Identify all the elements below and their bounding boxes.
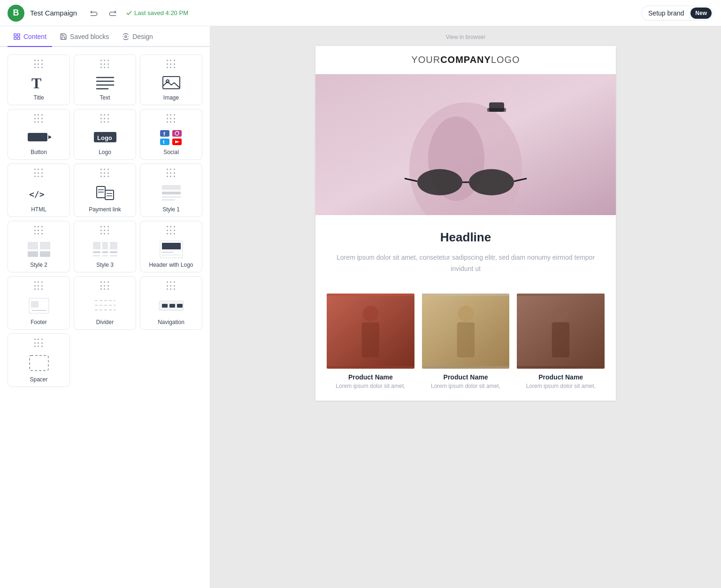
block-style1[interactable]: Style 1: [140, 163, 202, 217]
redo-button[interactable]: [105, 6, 120, 21]
block-html[interactable]: </> HTML: [8, 163, 70, 217]
svg-rect-47: [102, 255, 108, 256]
svg-point-75: [363, 305, 379, 321]
view-in-browser-link[interactable]: View in browser: [446, 34, 485, 40]
product-desc-1: Lorem ipsum dolor sit amet,: [327, 383, 414, 389]
email-logo-header: YOURCOMPANYLOGO: [315, 46, 616, 74]
brand-logo-icon: B: [8, 5, 24, 22]
svg-text:t: t: [163, 139, 165, 145]
setup-brand-button[interactable]: Setup brand New: [641, 6, 713, 21]
svg-text:Logo: Logo: [97, 134, 112, 141]
email-hero-image: [315, 74, 616, 215]
main-layout: Content Saved blocks Design T Title: [0, 26, 721, 588]
campaign-title: Test Campaign: [30, 9, 77, 17]
email-headline-section: Headline Lorem ipsum dolor sit amet, con…: [315, 215, 616, 282]
blocks-grid: T Title Text: [0, 47, 210, 395]
svg-rect-35: [162, 199, 175, 201]
svg-rect-0: [14, 34, 16, 36]
svg-point-4: [125, 36, 127, 38]
svg-point-20: [178, 132, 179, 132]
block-style2[interactable]: Style 2: [8, 221, 70, 272]
svg-rect-48: [110, 255, 117, 256]
block-payment-link[interactable]: Payment link: [74, 163, 136, 217]
svg-rect-29: [105, 190, 114, 200]
svg-marker-13: [48, 135, 51, 139]
svg-rect-79: [457, 322, 474, 357]
sidebar: Content Saved blocks Design T Title: [0, 26, 210, 588]
svg-text:f: f: [163, 131, 165, 137]
product-image-2: [422, 294, 510, 369]
svg-rect-44: [102, 251, 108, 253]
svg-rect-54: [31, 301, 38, 308]
products-row: Product Name Lorem ipsum dolor sit amet,: [315, 282, 616, 401]
svg-rect-39: [40, 251, 50, 257]
product-image-1: [327, 294, 414, 369]
svg-rect-34: [162, 196, 181, 198]
svg-rect-37: [40, 242, 50, 249]
topbar-actions: [86, 6, 120, 21]
svg-point-67: [417, 169, 462, 195]
email-logo-text: YOURCOMPANYLOGO: [324, 54, 607, 65]
block-spacer[interactable]: Spacer: [8, 333, 70, 387]
product-image-3: [517, 294, 605, 369]
product-desc-3: Lorem ipsum dolor sit amet,: [517, 383, 605, 389]
topbar: B Test Campaign Last saved 4:20 PM Setup…: [0, 0, 721, 26]
svg-rect-2: [14, 37, 16, 39]
svg-rect-32: [162, 185, 181, 190]
product-col-3: Product Name Lorem ipsum dolor sit amet,: [513, 294, 608, 389]
block-social[interactable]: f t Social: [140, 109, 202, 160]
canvas-area: View in browser YOURCOMPANYLOGO: [210, 26, 721, 588]
svg-rect-33: [162, 192, 181, 194]
svg-rect-45: [110, 251, 117, 253]
svg-rect-46: [93, 255, 100, 256]
product-name-3: Product Name: [517, 373, 605, 381]
product-name-1: Product Name: [327, 373, 414, 381]
svg-rect-41: [102, 242, 108, 249]
svg-rect-3: [17, 37, 20, 39]
svg-rect-36: [28, 242, 38, 249]
undo-button[interactable]: [86, 6, 101, 21]
svg-rect-1: [17, 34, 20, 36]
svg-point-81: [553, 305, 569, 321]
block-text[interactable]: Text: [74, 54, 136, 105]
svg-rect-38: [28, 251, 38, 257]
block-image[interactable]: Image: [140, 54, 202, 105]
email-headline: Headline: [334, 230, 597, 245]
product-name-2: Product Name: [422, 373, 510, 381]
block-header-with-logo[interactable]: Header with Logo: [140, 221, 202, 272]
svg-rect-40: [93, 242, 100, 249]
tab-content[interactable]: Content: [8, 26, 52, 47]
svg-rect-18: [172, 130, 182, 137]
block-divider[interactable]: Divider: [74, 276, 136, 330]
svg-point-68: [469, 169, 514, 195]
tab-design[interactable]: Design: [116, 26, 159, 47]
svg-rect-61: [169, 304, 175, 308]
save-status: Last saved 4:20 PM: [126, 9, 188, 16]
block-title[interactable]: T Title: [8, 54, 70, 105]
block-logo[interactable]: Logo Logo: [74, 109, 136, 160]
product-desc-2: Lorem ipsum dolor sit amet,: [422, 383, 510, 389]
svg-point-78: [458, 305, 474, 321]
svg-rect-50: [162, 243, 181, 249]
svg-rect-10: [163, 77, 180, 89]
block-button[interactable]: Button: [8, 109, 70, 160]
svg-rect-73: [487, 108, 506, 112]
product-col-1: Product Name Lorem ipsum dolor sit amet,: [323, 294, 418, 389]
product-col-2: Product Name Lorem ipsum dolor sit amet,: [418, 294, 514, 389]
email-canvas: YOURCOMPANYLOGO: [315, 46, 616, 401]
block-style3[interactable]: Style 3: [74, 221, 136, 272]
sidebar-tabs: Content Saved blocks Design: [0, 26, 210, 47]
svg-rect-62: [177, 304, 183, 308]
svg-rect-63: [30, 356, 48, 371]
svg-rect-43: [93, 251, 100, 253]
block-footer[interactable]: Footer: [8, 276, 70, 330]
email-body-text: Lorem ipsum dolor sit amet, consetetur s…: [334, 252, 597, 275]
svg-rect-60: [162, 304, 168, 308]
svg-text:T: T: [31, 75, 41, 91]
svg-text:</>: </>: [29, 189, 45, 199]
svg-rect-82: [552, 322, 569, 357]
svg-rect-21: [160, 139, 169, 145]
svg-rect-76: [362, 322, 379, 357]
block-navigation[interactable]: Navigation: [140, 276, 202, 330]
tab-saved-blocks[interactable]: Saved blocks: [54, 26, 115, 47]
